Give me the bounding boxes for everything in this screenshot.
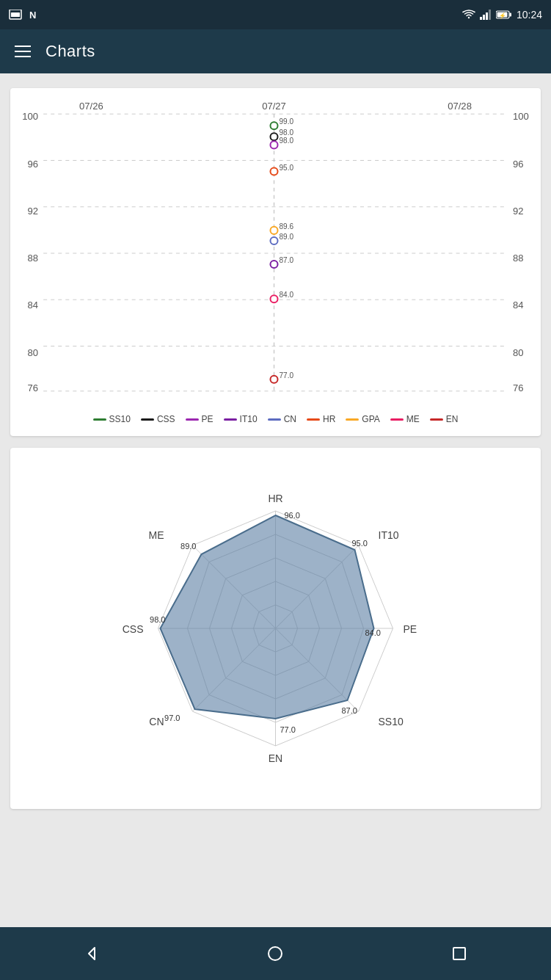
svg-rect-3 [480,17,482,20]
point-gpa [270,227,277,234]
svg-text:84: 84 [513,300,524,311]
point-me [270,295,277,302]
home-button[interactable] [258,936,293,971]
chart-legend: SS10 CSS PE IT10 CN HR [18,408,533,427]
radar-value-hr: 96.0 [285,511,300,520]
svg-text:98.0: 98.0 [280,128,294,137]
radar-chart-svg: .radar-axis { stroke: #ccc; stroke-width… [18,460,533,797]
svg-text:100: 100 [22,111,38,122]
point-en [270,376,277,383]
point-pe [270,141,277,148]
svg-text:89.0: 89.0 [280,233,294,241]
svg-text:⚡: ⚡ [499,12,506,19]
wifi-icon [462,10,475,20]
status-bar-left: N [9,8,41,21]
svg-point-60 [269,947,282,960]
svg-marker-59 [89,948,95,959]
svg-text:80: 80 [513,347,524,358]
svg-text:84: 84 [28,300,39,311]
svg-text:98.0: 98.0 [280,137,294,145]
svg-text:76: 76 [28,382,39,393]
radar-value-pe: 84.0 [365,628,381,637]
radar-label-cn: CN [149,716,164,727]
radar-label-en: EN [269,752,282,764]
svg-rect-1 [11,12,20,17]
recent-button[interactable] [442,936,477,971]
point-css [270,133,277,140]
legend-pe: PE [186,414,214,424]
svg-text:07/27: 07/27 [262,101,286,112]
svg-text:88: 88 [28,253,39,264]
status-bar-right: ⚡ 10:24 [462,9,542,21]
radar-label-it10: IT10 [379,529,399,541]
signal-icon [480,10,492,20]
svg-text:07/26: 07/26 [79,101,103,112]
radar-label-me: ME [149,529,164,541]
app-bar: Charts [0,29,551,73]
svg-rect-5 [486,12,488,20]
radar-value-css: 98.0 [150,615,165,624]
svg-text:96: 96 [28,159,39,170]
legend-hr: HR [307,414,335,424]
svg-text:76: 76 [513,382,524,393]
recent-icon [450,945,468,962]
back-icon [83,945,101,962]
svg-text:96: 96 [513,159,524,170]
svg-text:80: 80 [28,347,39,358]
point-hr [270,168,277,175]
status-bar: N ⚡ 10:24 [0,0,551,29]
svg-rect-6 [489,10,491,20]
main-content: 100 96 92 88 84 80 76 100 96 92 88 84 80… [0,73,551,927]
point-ss10 [270,122,277,129]
svg-text:77.0: 77.0 [280,371,294,380]
n-icon: N [28,8,41,21]
time-display: 10:24 [517,9,542,21]
svg-text:89.6: 89.6 [280,222,294,231]
home-icon [266,945,284,962]
legend-me: ME [390,414,420,424]
svg-text:99.0: 99.0 [280,117,294,126]
line-chart-container: 100 96 92 88 84 80 76 100 96 92 88 84 80… [18,97,533,408]
svg-rect-4 [483,15,485,20]
line-chart-svg: 100 96 92 88 84 80 76 100 96 92 88 84 80… [18,97,533,405]
menu-button[interactable] [15,46,31,57]
radar-chart-card: .radar-axis { stroke: #ccc; stroke-width… [10,448,541,809]
back-button[interactable] [74,936,109,971]
legend-gpa: GPA [346,414,379,424]
radar-value-it10: 95.0 [352,539,368,548]
svg-text:95.0: 95.0 [280,164,294,172]
radar-value-me: 89.0 [180,542,196,551]
battery-icon: ⚡ [496,10,512,19]
legend-ss10: SS10 [93,414,131,424]
svg-text:100: 100 [513,111,529,122]
legend-en: EN [430,414,459,424]
legend-cn: CN [268,414,296,424]
svg-text:88: 88 [513,253,524,264]
sim-icon [9,10,22,20]
legend-it10: IT10 [224,414,258,424]
radar-label-hr: HR [268,493,282,504]
svg-text:92: 92 [513,206,524,217]
legend-css: CSS [141,414,175,424]
bottom-nav [0,927,551,980]
point-cn [270,237,277,244]
svg-rect-61 [453,948,465,959]
radar-label-ss10: SS10 [379,716,404,727]
line-chart-card: 100 96 92 88 84 80 76 100 96 92 88 84 80… [10,88,541,436]
svg-rect-8 [509,13,511,17]
point-it10 [270,261,277,268]
svg-text:87.0: 87.0 [280,256,294,264]
radar-value-ss10: 87.0 [342,706,357,715]
svg-text:92: 92 [28,206,39,217]
radar-value-cn: 97.0 [164,714,180,722]
page-title: Charts [45,42,95,61]
svg-text:07/28: 07/28 [448,101,472,112]
radar-value-en: 77.0 [280,725,296,734]
radar-label-css: CSS [123,623,144,635]
radar-label-pe: PE [404,623,417,635]
svg-text:84.0: 84.0 [280,291,294,299]
svg-text:N: N [29,10,36,21]
